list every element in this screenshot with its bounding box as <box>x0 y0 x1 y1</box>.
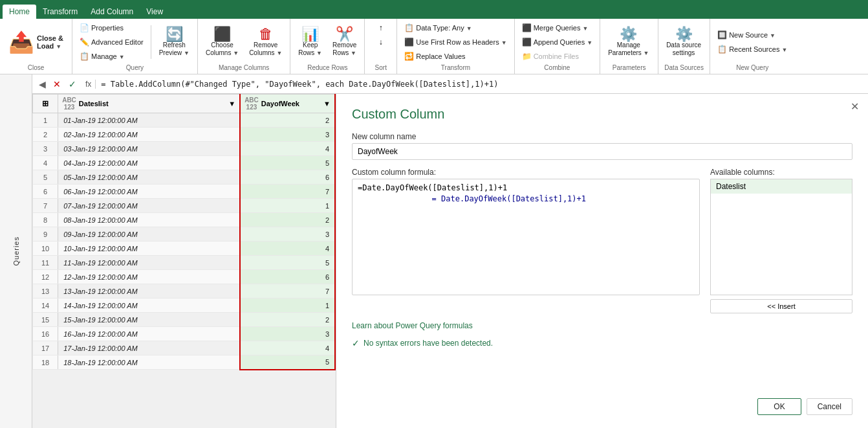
table-row: 10 10-Jan-19 12:00:00 AM 4 <box>33 242 336 256</box>
table-row: 8 08-Jan-19 12:00:00 AM 2 <box>33 213 336 227</box>
cell-date: 12-Jan-19 12:00:00 AM <box>58 270 240 284</box>
th-dayofweek[interactable]: ABC123 DayofWeek ▼ <box>240 95 335 113</box>
cell-date: 09-Jan-19 12:00:00 AM <box>58 227 240 242</box>
manage-icon: 📋 <box>80 52 89 61</box>
dialog-main-row: Custom column formula: =<span style="bac… <box>352 168 852 313</box>
group-combine: ⬛ Merge Queries ▼ ⬛ Append Queries ▼ 📁 C… <box>515 19 600 74</box>
cancel-formula-icon[interactable]: ✕ <box>50 79 63 89</box>
table-icon: ⊞ <box>42 99 49 108</box>
dayofweek-filter-icon[interactable]: ▼ <box>323 100 331 107</box>
row-num: 13 <box>33 284 58 298</box>
sort-asc-button[interactable]: ↑ <box>376 21 386 34</box>
available-section: Available columns: Dateslist << Insert <box>710 168 852 313</box>
table-row: 4 04-Jan-19 12:00:00 AM 5 <box>33 156 336 170</box>
cell-day: 3 <box>240 128 335 142</box>
group-reduce-rows: 📊 KeepRows ▼ ✂️ RemoveRows ▼ Reduce Rows <box>290 19 365 74</box>
properties-button[interactable]: 📄 Properties <box>76 21 147 34</box>
column-name-input[interactable] <box>352 143 852 160</box>
table-row: 13 13-Jan-19 12:00:00 AM 7 <box>33 284 336 298</box>
keep-rows-button[interactable]: 📊 KeepRows ▼ <box>294 25 326 60</box>
table-row: 14 14-Jan-19 12:00:00 AM 1 <box>33 298 336 313</box>
group-query-label: Query <box>76 64 193 71</box>
cell-date: 03-Jan-19 12:00:00 AM <box>58 142 240 156</box>
dialog-close-button[interactable]: ✕ <box>851 100 859 113</box>
ribbon-tabs: Home Transform Add Column View <box>0 0 868 19</box>
refresh-preview-button[interactable]: 🔄 RefreshPreview ▼ <box>155 25 193 60</box>
formula-textarea[interactable]: =<span style="background:#d0e8ff;">Date.… <box>352 179 700 295</box>
available-item-dateslist[interactable]: Dateslist <box>711 179 852 194</box>
row-num: 18 <box>33 355 58 370</box>
remove-columns-icon: 🗑 <box>259 27 273 41</box>
table-row: 12 12-Jan-19 12:00:00 AM 6 <box>33 270 336 284</box>
cell-date: 02-Jan-19 12:00:00 AM <box>58 128 240 142</box>
data-table: ⊞ ABC123 Dateslist ▼ <box>32 94 336 370</box>
remove-columns-button[interactable]: 🗑 RemoveColumns ▼ <box>245 25 286 60</box>
cancel-button[interactable]: Cancel <box>807 398 852 415</box>
data-type-button[interactable]: 📋 Data Type: Any ▼ <box>401 21 510 34</box>
nav-left-icon[interactable]: ◀ <box>36 78 48 90</box>
fx-label: fx <box>81 80 96 89</box>
manage-parameters-button[interactable]: ⚙️ ManageParameters ▼ <box>604 25 653 60</box>
tab-home[interactable]: Home <box>3 5 36 19</box>
manage-button[interactable]: 📋 Manage ▼ <box>76 50 147 63</box>
group-close-label: Close <box>4 64 68 71</box>
row-num: 4 <box>33 156 58 170</box>
cell-day: 6 <box>240 170 335 185</box>
cell-day: 4 <box>240 142 335 156</box>
replace-values-button[interactable]: 🔁 Replace Values <box>401 50 510 63</box>
new-source-button[interactable]: 🔲 New Source ▼ <box>714 28 790 41</box>
learn-link-section: Learn about Power Query formulas <box>352 321 852 330</box>
queries-sidebar[interactable]: Queries <box>0 74 32 428</box>
th-dateslist[interactable]: ABC123 Dateslist ▼ <box>58 95 240 113</box>
row-num: 17 <box>33 341 58 355</box>
row-num: 16 <box>33 327 58 341</box>
insert-button[interactable]: << Insert <box>710 299 852 313</box>
group-manage-columns-label: Manage Columns <box>202 64 286 71</box>
group-transform-label: Transform <box>401 64 510 71</box>
main-area: Queries ◀ ✕ ✓ fx = Table.AddColumn(#"Cha… <box>0 74 868 428</box>
cell-day: 7 <box>240 284 335 298</box>
close-load-button[interactable]: 📤 Close & Load ▼ <box>4 27 68 58</box>
row-num: 7 <box>33 199 58 213</box>
new-source-icon: 🔲 <box>717 30 727 39</box>
dateslist-filter-icon[interactable]: ▼ <box>228 100 235 107</box>
merge-queries-button[interactable]: ⬛ Merge Queries ▼ <box>519 21 596 34</box>
cell-day: 2 <box>240 213 335 227</box>
available-columns-list: Dateslist <box>710 179 852 295</box>
merge-queries-icon: ⬛ <box>522 23 532 32</box>
confirm-formula-icon[interactable]: ✓ <box>66 79 79 89</box>
formula-input[interactable]: = Table.AddColumn(#"Changed Type", "Dayo… <box>101 80 864 89</box>
tab-add-column[interactable]: Add Column <box>84 5 140 19</box>
use-first-row-button[interactable]: ⬛ Use First Row as Headers ▼ <box>401 36 510 49</box>
table-row: 7 07-Jan-19 12:00:00 AM 1 <box>33 199 336 213</box>
combine-files-button[interactable]: 📁 Combine Files <box>519 50 596 63</box>
dateslist-col-name: Dateslist <box>79 100 109 107</box>
cell-day: 6 <box>240 270 335 284</box>
tab-view[interactable]: View <box>140 5 169 19</box>
keep-rows-icon: 📊 <box>301 27 319 41</box>
learn-link[interactable]: Learn about Power Query formulas <box>352 321 473 330</box>
row-num: 11 <box>33 256 58 270</box>
cell-day: 4 <box>240 341 335 355</box>
sort-desc-button[interactable]: ↓ <box>376 36 386 49</box>
ok-button[interactable]: OK <box>757 398 801 415</box>
group-new-query-label: New Query <box>714 64 790 71</box>
sort-desc-icon: ↓ <box>379 38 383 47</box>
choose-columns-button[interactable]: ⬛ ChooseColumns ▼ <box>202 25 243 60</box>
cell-day: 2 <box>240 313 335 327</box>
group-manage-columns: ⬛ ChooseColumns ▼ 🗑 RemoveColumns ▼ Mana… <box>198 19 290 74</box>
manage-parameters-icon: ⚙️ <box>620 27 637 41</box>
status-check-icon: ✓ <box>352 338 360 348</box>
cell-date: 05-Jan-19 12:00:00 AM <box>58 170 240 185</box>
data-source-settings-button[interactable]: ⚙️ Data sourcesettings <box>662 25 705 60</box>
table-row: 15 15-Jan-19 12:00:00 AM 2 <box>33 313 336 327</box>
use-first-row-icon: ⬛ <box>404 38 414 47</box>
advanced-editor-button[interactable]: ✏️ Advanced Editor <box>76 36 147 49</box>
tab-transform[interactable]: Transform <box>36 5 84 19</box>
append-queries-button[interactable]: ⬛ Append Queries ▼ <box>519 36 596 49</box>
remove-rows-button[interactable]: ✂️ RemoveRows ▼ <box>329 25 360 60</box>
row-num: 14 <box>33 298 58 313</box>
recent-sources-button[interactable]: 📋 Recent Sources ▼ <box>714 43 790 56</box>
data-table-container[interactable]: ⊞ ABC123 Dateslist ▼ <box>32 94 336 428</box>
dayofweek-col-name: DayofWeek <box>261 100 299 107</box>
